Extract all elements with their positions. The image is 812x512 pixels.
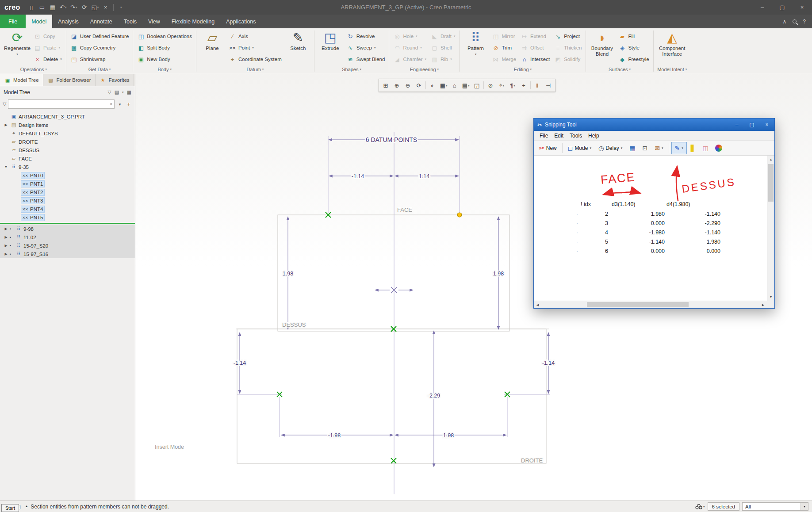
snip-maximize-button[interactable]: ▢ <box>744 118 759 131</box>
draft-button[interactable]: ◣Draft▾ <box>429 31 457 42</box>
tree-item-default-csys[interactable]: ⌖DEFAULT_CSYS <box>0 129 135 138</box>
ribbon-collapse-button[interactable]: ∧ <box>783 19 787 25</box>
undo-button[interactable]: ↶▾ <box>58 2 68 13</box>
tree-filter-icon[interactable]: ▽ <box>107 89 111 95</box>
dim-top-right[interactable]: 1.14 <box>419 173 429 180</box>
filter-combo-dropdown-icon[interactable]: ▾ <box>801 503 808 510</box>
expand-icon[interactable]: ▶ <box>4 244 8 248</box>
snip-pen-button[interactable]: ✎▾ <box>671 142 687 154</box>
surfaces-group-label[interactable]: Surfaces▾ <box>588 65 651 74</box>
zoom-out-button[interactable]: ⊖ <box>402 80 413 91</box>
regenerate-button[interactable]: ⟳ Regenerate ▾ <box>3 29 31 57</box>
tree-columns-button[interactable]: ▦ <box>127 89 131 95</box>
tab-model-tree[interactable]: ▣Model Tree <box>0 74 43 86</box>
snip-menu-tools[interactable]: Tools <box>567 133 585 139</box>
redo-button[interactable]: ↷▾ <box>69 2 79 13</box>
extrude-button[interactable]: ◳ Extrude <box>316 29 345 51</box>
operations-group-label[interactable]: Operations▾ <box>3 65 64 74</box>
selection-filter-combo[interactable]: All ▾ <box>742 502 808 511</box>
zoom-fit-button[interactable]: ⊞ <box>380 80 391 91</box>
expand-icon[interactable]: ▶ <box>4 227 8 231</box>
repaint-button[interactable]: ⟳ <box>414 80 424 91</box>
tree-filter-input[interactable] <box>10 102 110 107</box>
annotation-display-button[interactable]: ¶▾ <box>507 80 518 91</box>
engineering-group-label[interactable]: Engineering▾ <box>391 65 457 74</box>
tree-item-droite[interactable]: ▱DROITE <box>0 138 135 146</box>
hole-button[interactable]: ◎Hole▾ <box>391 31 429 42</box>
snip-horizontal-scrollbar[interactable]: ◀ ▶ <box>534 301 767 308</box>
snipping-tool-window[interactable]: ✂ Snipping Tool – ▢ × File Edit Tools He… <box>533 118 775 309</box>
model-intent-group-label[interactable]: Model Intent▾ <box>655 65 689 74</box>
delete-button[interactable]: ×Delete▾ <box>31 53 64 65</box>
sketch-button[interactable]: ✎ Sketch <box>284 29 312 51</box>
scroll-left-icon[interactable]: ◀ <box>534 301 541 309</box>
pattern-button[interactable]: ⠿ Pattern ▾ <box>461 29 490 57</box>
scroll-up-icon[interactable]: ▲ <box>767 156 774 163</box>
expand-icon[interactable]: ▶ <box>4 123 8 127</box>
open-button[interactable]: ▭ <box>37 2 47 13</box>
offset-button[interactable]: ⇉Offset <box>518 42 552 53</box>
snip-email-button[interactable]: ✉▾ <box>651 142 666 154</box>
tab-folder-browser[interactable]: ▤Folder Browser <box>43 74 96 86</box>
clear-filter-icon[interactable]: × <box>110 102 112 107</box>
scroll-down-icon[interactable]: ▼ <box>767 293 774 301</box>
spin-center-button[interactable]: + <box>518 80 529 91</box>
tab-file[interactable]: File <box>0 15 26 28</box>
point-button[interactable]: ××Point▾ <box>226 42 284 53</box>
dim-mid-left[interactable]: 1.98 <box>283 271 293 277</box>
collapse-icon[interactable]: ▼ <box>4 165 8 169</box>
scroll-right-icon[interactable]: ▶ <box>759 301 767 309</box>
snip-mode-button[interactable]: ◻Mode▾ <box>565 142 594 154</box>
get-data-group-label[interactable]: Get Data▾ <box>68 65 131 74</box>
view-manager-button[interactable]: ◱ <box>471 80 482 91</box>
user-defined-feature-button[interactable]: ◪User-Defined Feature <box>68 31 131 42</box>
tree-item-pattern-9-35[interactable]: ▼⠿9-35 <box>0 163 135 171</box>
copy-geometry-button[interactable]: ▩Copy Geometry <box>68 42 131 53</box>
shrinkwrap-button[interactable]: ◰Shrinkwrap <box>68 53 131 65</box>
restore-button[interactable]: ▢ <box>772 0 792 15</box>
dim-center[interactable]: -2.29 <box>428 393 440 399</box>
tab-analysis[interactable]: Analysis <box>52 15 84 28</box>
plane-button[interactable]: ▱ Plane <box>198 29 226 51</box>
datum-display-button[interactable]: ⌖▾ <box>496 80 507 91</box>
mirror-button[interactable]: ◫Mirror <box>490 31 518 42</box>
snip-eraser-button[interactable]: ◫ <box>700 142 712 154</box>
snip-menu-file[interactable]: File <box>536 133 551 139</box>
snip-highlighter-button[interactable]: ▋ <box>688 142 699 154</box>
tree-item-pnt3[interactable]: ××PNT3 <box>0 196 135 205</box>
close-window-button[interactable]: × <box>101 2 111 13</box>
project-button[interactable]: ↘Project <box>552 31 584 42</box>
fill-button[interactable]: ▰Fill <box>616 31 651 42</box>
snip-menu-edit[interactable]: Edit <box>551 133 567 139</box>
copy-button[interactable]: ⊡Copy <box>31 31 64 42</box>
zoom-in-button[interactable]: ⊕ <box>391 80 402 91</box>
save-button[interactable]: ▦ <box>48 2 57 13</box>
swept-blend-button[interactable]: ≋Swept Blend <box>345 53 387 65</box>
tab-tools[interactable]: Tools <box>118 15 142 28</box>
tree-item-dessus[interactable]: ▱DESSUS <box>0 146 135 154</box>
tab-applications[interactable]: Applications <box>220 15 261 28</box>
start-button[interactable]: Start <box>1 504 19 512</box>
freestyle-button[interactable]: ◆Freestyle <box>616 53 651 65</box>
shapes-group-label[interactable]: Shapes▾ <box>316 65 387 74</box>
editing-group-label[interactable]: Editing▾ <box>461 65 584 74</box>
tree-item-pnt4[interactable]: ××PNT4 <box>0 205 135 213</box>
tree-item-9-98[interactable]: ▶▪⠿9-98 <box>0 225 135 233</box>
dim-top-left[interactable]: -1.14 <box>352 173 364 180</box>
tree-settings-dropdown-icon[interactable]: ▾ <box>122 91 124 94</box>
section-button[interactable]: ⊘ <box>485 80 496 91</box>
vertical-scroll-thumb[interactable] <box>768 164 774 202</box>
extend-button[interactable]: ↦Extend <box>518 31 552 42</box>
last-view-button[interactable]: ⊣ <box>543 80 554 91</box>
tree-item-face[interactable]: ▱FACE <box>0 154 135 163</box>
highlight-point-marker[interactable] <box>457 213 462 217</box>
style-button[interactable]: ◈Style <box>616 42 651 53</box>
datum-group-label[interactable]: Datum▾ <box>198 65 312 74</box>
dim-datum-points[interactable]: 6 DATUM POINTS <box>366 136 417 143</box>
body-group-label[interactable]: Body▾ <box>135 65 194 74</box>
saved-orientations-button[interactable]: ▤▾ <box>460 80 471 91</box>
trim-button[interactable]: ⊘Trim <box>490 42 518 53</box>
thicken-button[interactable]: ≡Thicken <box>552 42 584 53</box>
expand-icon[interactable]: ▶ <box>4 235 8 239</box>
graphics-area[interactable]: 6 DATUM POINTS -1.14 1.14 1.98 1.98 -1.1… <box>135 74 812 501</box>
